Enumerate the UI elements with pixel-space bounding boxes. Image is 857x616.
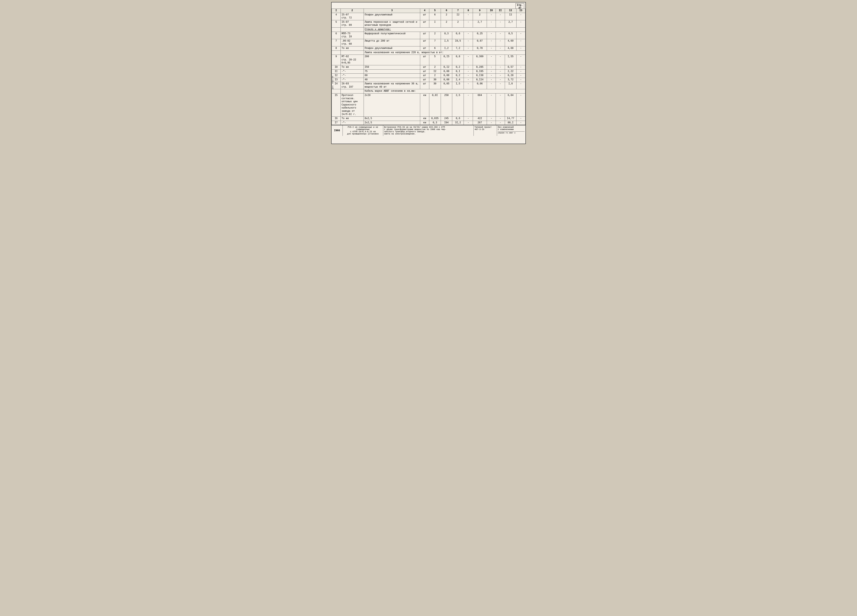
row-col13: -	[516, 121, 525, 125]
row-col5: 7	[429, 39, 441, 46]
row-col7: I2	[452, 13, 464, 20]
row-col11: -	[496, 74, 505, 78]
row-col5: 6	[429, 13, 441, 20]
row-unit: шт	[420, 39, 429, 46]
row-unit: шт	[420, 55, 429, 65]
row-col8: -	[464, 93, 473, 117]
row-col5: I	[429, 20, 441, 27]
row-col5: 5	[429, 55, 441, 65]
row-col13: -	[516, 82, 525, 89]
row-col10: -	[487, 13, 496, 20]
col-header-5: 5	[429, 9, 441, 13]
row-col7: 0,8	[452, 55, 464, 65]
row-name: Плафон двухламповый	[364, 46, 420, 51]
row-num: 8	[332, 46, 341, 51]
row-col9: 0,06	[473, 82, 487, 89]
row-subname3: Кабель марки АВВГ сечением в кв.мм:	[364, 89, 526, 93]
row-col8: -	[464, 13, 473, 20]
bottom-desc-line3: чикского трансфор.аторного завода.	[384, 131, 473, 133]
row-code: МТ-92 стр. 20-22 К=0,95	[341, 55, 364, 65]
col-header-4: 4	[420, 9, 429, 13]
row-col10: -	[487, 39, 496, 46]
row-code: МПП-73 стр. I8	[341, 32, 364, 39]
bottom-year: I966	[331, 125, 343, 136]
row-unit: шт	[420, 82, 429, 89]
row-col13: -	[516, 93, 525, 117]
row-num: 5	[332, 20, 341, 27]
row-num: I5	[332, 93, 341, 117]
row-name: 8x2,5	[364, 117, 420, 121]
row-num: 9	[332, 55, 341, 65]
row-col9: 0,285	[473, 65, 487, 70]
row-col6: I04	[441, 121, 452, 125]
row-col5: 0,3	[429, 121, 441, 125]
row-col13: -	[516, 13, 525, 20]
row-col9: 0,I85	[473, 70, 487, 74]
row-col9: 267	[473, 121, 487, 125]
col-header-2: 2	[341, 9, 364, 13]
row-sub3-empty1	[332, 89, 341, 93]
row-col5: I2	[429, 70, 441, 74]
col-header-10: IO	[487, 9, 496, 13]
row-code: То же	[341, 46, 364, 51]
row-col8: -	[464, 32, 473, 39]
row-col6: 0,08	[441, 78, 452, 82]
row-col6: 0,3	[441, 32, 452, 39]
row-unit: шт	[420, 32, 429, 39]
col-header-7: 7	[452, 9, 464, 13]
row-col13: -	[516, 78, 525, 82]
row-col5: 30	[429, 82, 441, 89]
row-col6: I,5	[441, 39, 452, 46]
row-col10: -	[487, 82, 496, 89]
row-col13: -	[516, 55, 525, 65]
col-header-3: 3	[364, 9, 420, 13]
row-col8: -	[464, 20, 473, 27]
row-col11: -	[496, 93, 505, 117]
table-row: I4I6-03 стр. I87Лампа накаливания на нап…	[332, 82, 526, 89]
row-col8: -	[464, 70, 473, 74]
row-code: I5-07 стр. 89	[341, 20, 364, 27]
col-header-9: 9	[473, 9, 487, 13]
row-col12: I,8	[505, 82, 516, 89]
row-col8: -	[464, 74, 473, 78]
row-num: 4	[332, 13, 341, 20]
table-row: I7-"-2x2,5км0,3I043I,2-267--80,I-	[332, 121, 526, 125]
bottom-title-line1: РУ6-I кв совмещенные и не совмещенные	[343, 126, 382, 131]
col-header-6: 6	[441, 9, 452, 13]
bottom-type-num: 407-3-I6	[475, 128, 496, 131]
row-col10: -	[487, 117, 496, 121]
row-col11: -	[496, 65, 505, 70]
row-col11: -	[496, 117, 505, 121]
table-row: 6МПП-73 стр. I8Фарфоровой полугерметичес…	[332, 32, 526, 39]
row-col6: 245	[441, 117, 452, 121]
row-name: Фарфоровой полугерметической	[364, 32, 420, 39]
side-date-label: Дата	[332, 85, 342, 89]
row-col5: 0,035	[429, 117, 441, 121]
row-col9: 604	[473, 93, 487, 117]
row-code: То же	[341, 117, 364, 121]
row-num: I6	[332, 117, 341, 121]
row-col8: -	[464, 82, 473, 89]
row-col6: 2	[441, 13, 452, 20]
row-col8: -	[464, 117, 473, 121]
row-col11: -	[496, 70, 505, 74]
row-col12: I2	[505, 13, 516, 20]
row-col13: -	[516, 70, 525, 74]
row-col9: 422	[473, 117, 487, 121]
row-col13: -	[516, 39, 525, 46]
row-name: Люцетта до 200 вт	[364, 39, 420, 46]
col-header-11: II	[496, 9, 505, 13]
row-col13: -	[516, 65, 525, 70]
row-col10: -	[487, 65, 496, 70]
row-col12: 0,5	[505, 32, 516, 39]
row-col9: 0,309	[473, 55, 487, 65]
row-col10: -	[487, 55, 496, 65]
row-col10: -	[487, 70, 496, 74]
row-num: I0	[332, 65, 341, 70]
row-code: -"-	[341, 78, 364, 82]
table-row: 8То жеПлафон двухламповыйшт6I,27,2-0,78-…	[332, 46, 526, 51]
row-col9: 2,7	[473, 20, 487, 27]
bottom-desc-line4: Смета на электроосвещение.	[384, 133, 473, 135]
row-unit: шт	[420, 20, 429, 27]
row-col10: -	[487, 32, 496, 39]
